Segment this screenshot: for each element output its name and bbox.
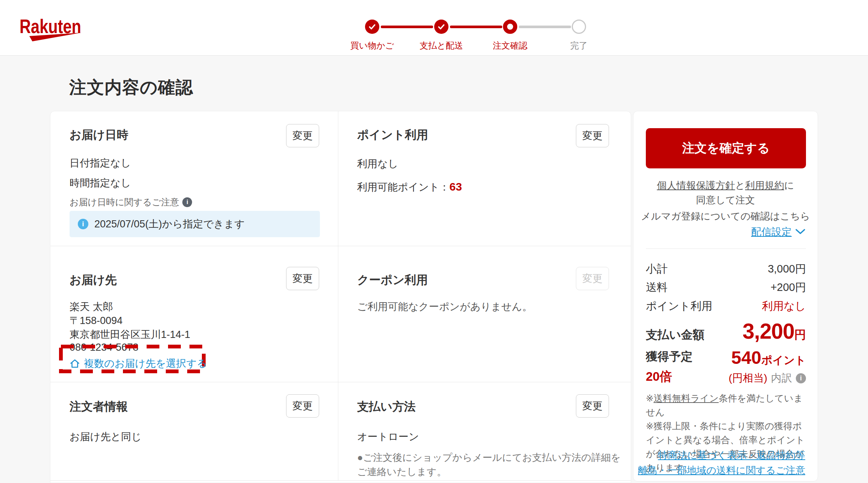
- payment-method-value: オートローン: [357, 430, 419, 444]
- points-card: ポイント利用 変更 利用なし 利用可能ポイント：63: [338, 111, 632, 246]
- recipient-postal-code: 〒158-0094: [70, 314, 123, 327]
- chevron-down-icon: [795, 229, 805, 235]
- confirm-order-button[interactable]: 注文を確定する: [646, 128, 806, 168]
- agreement-text: 個人情報保護方針と利用規約に 同意して注文: [633, 178, 818, 207]
- payment-total-row: 支払い金額 3,200円: [646, 319, 806, 344]
- info-icon[interactable]: i: [796, 373, 806, 383]
- step-complete-icon: [572, 20, 586, 34]
- recipient-name: 楽天 太郎: [70, 300, 113, 313]
- summary-notes: ※送料無料ライン条件を満たしていません ※獲得上限・条件により実際の獲得ポイント…: [646, 391, 807, 475]
- delivery-notice-banner: i 2025/07/05(土)から指定できます: [70, 211, 320, 237]
- free-shipping-line-link[interactable]: 送料無料ライン: [654, 393, 719, 403]
- earn-yen-equivalent: (円相当): [729, 371, 767, 385]
- info-icon[interactable]: i: [182, 197, 192, 207]
- step-connector: [381, 26, 433, 28]
- delivery-address-title: お届け先: [70, 272, 117, 288]
- earn-multiplier: 20倍: [646, 368, 692, 385]
- coupon-title: クーポン利用: [357, 272, 428, 288]
- row-divider: [50, 480, 631, 481]
- multi-address-link[interactable]: 複数のお届け先を選択する: [70, 357, 207, 370]
- delivery-datetime-note-text: お届け日時に関するご注意: [70, 196, 179, 208]
- earn-points-unit: ポイント: [761, 354, 806, 366]
- checkout-page: Rakuten 買い物かご 支払と配送 注文確認 完了 注文内容の確認: [0, 0, 868, 483]
- delivery-datetime-card: お届け日時 変更 日付指定なし 時間指定なし お届け日時に関するご注意 i i …: [50, 111, 338, 246]
- payment-note-line1: ●ご注文後にショップからメールにてお支払い方法の詳細を: [357, 452, 621, 463]
- delivery-datetime-note: お届け日時に関するご注意 i: [70, 196, 192, 208]
- delivery-datetime-title: お届け日時: [70, 127, 128, 143]
- points-used-value: 利用なし: [762, 299, 806, 314]
- step-connector: [519, 26, 571, 28]
- payment-total-label: 支払い金額: [646, 327, 704, 343]
- payment-title: 支払い方法: [357, 399, 416, 415]
- earn-breakdown-label: 内訳: [771, 371, 792, 385]
- order-summary-card: 注文を確定する 個人情報保護方針と利用規約に 同意して注文 メルマガ登録について…: [633, 111, 818, 481]
- delivery-address-change-button[interactable]: 変更: [286, 267, 319, 290]
- shipping-label: 送料: [646, 280, 668, 295]
- orderer-title: 注文者情報: [70, 399, 128, 415]
- coupon-change-button-disabled: 変更: [576, 267, 609, 290]
- step-payment-check-icon: [434, 20, 448, 34]
- orderer-card: 注文者情報 変更 お届け先と同じ: [50, 382, 338, 480]
- note1-prefix: ※: [646, 393, 654, 403]
- shipping-row: 送料 +200円: [646, 280, 806, 295]
- shipping-value: +200円: [771, 280, 806, 295]
- delivery-setting-link-text: 配信設定: [751, 225, 792, 239]
- header: Rakuten 買い物かご 支払と配送 注文確認 完了: [0, 0, 868, 56]
- subtotal-row: 小計 3,000円: [646, 262, 806, 277]
- home-icon: [70, 358, 80, 369]
- recipient-address: 東京都世田谷区玉川1-14-1: [70, 328, 190, 341]
- mailmag-text: メルマガ登録についての確認はこちら: [633, 210, 818, 223]
- step-label-cart: 買い物かご: [350, 40, 394, 51]
- summary-divider: [646, 248, 806, 249]
- points-available-label: 利用可能ポイント：: [357, 182, 450, 193]
- step-label-payment: 支払と配送: [420, 40, 463, 51]
- orderer-value: お届け先と同じ: [70, 430, 142, 444]
- points-available-row: 利用可能ポイント：63: [357, 180, 462, 194]
- payment-change-button[interactable]: 変更: [576, 394, 609, 418]
- payment-note-line2: ご連絡いたします。: [357, 466, 447, 477]
- commercial-law-link[interactable]: 特商法に基づく表示・返品特約等: [658, 449, 805, 462]
- delivery-setting-link[interactable]: 配信設定: [751, 225, 805, 239]
- subtotal-value: 3,000円: [768, 262, 806, 277]
- page-title: 注文内容の確認: [69, 76, 193, 99]
- payment-note: ●ご注文後にショップからメールにてお支払い方法の詳細を ご連絡いたします。: [357, 450, 621, 479]
- rakuten-logo[interactable]: Rakuten: [17, 14, 95, 47]
- earn-label: 獲得予定: [646, 349, 692, 365]
- payment-card: 支払い方法 変更 オートローン ●ご注文後にショップからメールにてお支払い方法の…: [338, 382, 632, 480]
- step-confirm-current-icon: [503, 20, 517, 34]
- remote-island-shipping-link[interactable]: 離島・一部地域の送料に関するご注意: [638, 464, 805, 477]
- payment-total-unit: 円: [794, 328, 806, 341]
- points-used-label: ポイント利用: [646, 299, 712, 314]
- agreement-and: と: [735, 180, 745, 191]
- delivery-notice-text: 2025/07/05(土)から指定できます: [94, 217, 245, 231]
- points-available-value: 63: [450, 180, 462, 193]
- points-used-row: ポイント利用 利用なし: [646, 299, 806, 314]
- coupon-card: クーポン利用 変更 ご利用可能なクーポンがありません。: [338, 246, 632, 382]
- delivery-address-card: お届け先 変更 楽天 太郎 〒158-0094 東京都世田谷区玉川1-14-1 …: [50, 246, 338, 382]
- payment-total-amount: 3,200: [742, 319, 794, 343]
- delivery-time-value: 時間指定なし: [70, 176, 131, 190]
- points-usage-value: 利用なし: [357, 157, 398, 171]
- subtotal-label: 小計: [646, 262, 668, 277]
- step-label-complete: 完了: [570, 40, 588, 51]
- orderer-change-button[interactable]: 変更: [286, 394, 319, 418]
- step-cart-check-icon: [365, 20, 379, 34]
- earn-points-value: 540: [731, 348, 761, 368]
- coupon-message: ご利用可能なクーポンがありません。: [357, 300, 532, 313]
- delivery-date-value: 日付指定なし: [70, 156, 131, 170]
- agreement-line2: 同意して注文: [696, 194, 755, 206]
- agreement-suffix: に: [784, 180, 794, 191]
- order-details-panel: お届け日時 変更 日付指定なし 時間指定なし お届け日時に関するご注意 i i …: [50, 111, 631, 483]
- multi-address-link-text: 複数のお届け先を選択する: [84, 357, 207, 370]
- terms-link[interactable]: 利用規約: [745, 180, 784, 191]
- delivery-datetime-change-button[interactable]: 変更: [286, 124, 319, 147]
- earn-points-row: 獲得予定 20倍 540ポイント (円相当) 内訳 i: [646, 349, 806, 385]
- step-label-confirm: 注文確認: [493, 40, 527, 51]
- points-change-button[interactable]: 変更: [576, 124, 609, 147]
- info-icon: i: [78, 219, 88, 229]
- step-connector: [450, 26, 502, 28]
- points-title: ポイント利用: [357, 127, 428, 143]
- privacy-policy-link[interactable]: 個人情報保護方針: [657, 180, 735, 191]
